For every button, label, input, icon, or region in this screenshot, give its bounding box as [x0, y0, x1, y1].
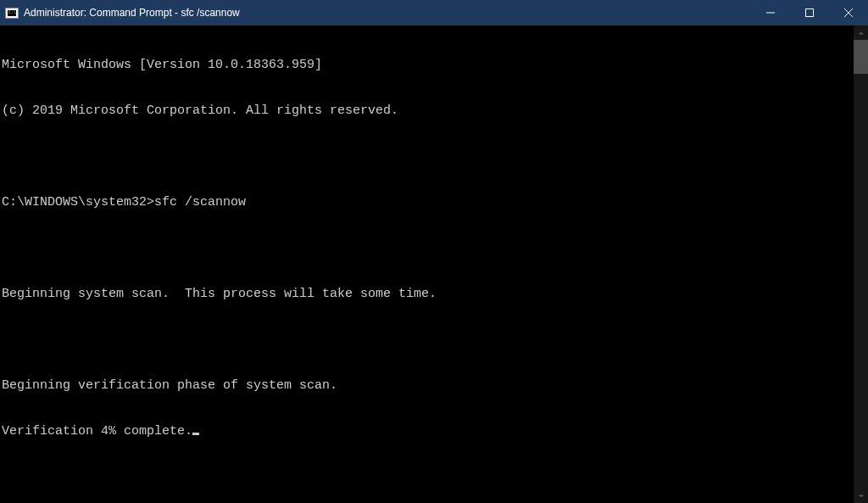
maximize-button[interactable]	[790, 0, 829, 25]
scroll-thumb[interactable]	[854, 40, 868, 74]
close-button[interactable]	[829, 0, 868, 25]
terminal-output[interactable]: Microsoft Windows [Version 10.0.18363.95…	[0, 25, 854, 503]
svg-rect-1	[806, 9, 814, 17]
terminal-line	[2, 149, 854, 165]
terminal-line: Verification 4% complete.	[2, 424, 854, 439]
terminal-line	[2, 333, 854, 348]
chevron-down-icon	[858, 493, 865, 500]
terminal-text: Verification 4% complete.	[2, 424, 192, 439]
cursor	[192, 433, 199, 435]
minimize-button[interactable]	[751, 0, 790, 25]
terminal-line: Microsoft Windows [Version 10.0.18363.95…	[2, 58, 854, 73]
titlebar[interactable]: Administrator: Command Prompt - sfc /sca…	[0, 0, 868, 25]
window-title: Administrator: Command Prompt - sfc /sca…	[24, 7, 240, 19]
terminal-line: C:\WINDOWS\system32>sfc /scannow	[2, 195, 854, 210]
body-area: Microsoft Windows [Version 10.0.18363.95…	[0, 25, 868, 503]
scroll-up-button[interactable]	[854, 25, 868, 40]
terminal-line: Beginning verification phase of system s…	[2, 378, 854, 394]
cmd-icon	[5, 8, 19, 19]
terminal-line: (c) 2019 Microsoft Corporation. All righ…	[2, 103, 854, 119]
terminal-line	[2, 241, 854, 256]
chevron-up-icon	[858, 30, 865, 36]
titlebar-left: Administrator: Command Prompt - sfc /sca…	[0, 7, 240, 19]
minimize-icon	[766, 8, 775, 17]
scroll-down-button[interactable]	[854, 489, 868, 503]
maximize-icon	[805, 8, 814, 17]
scroll-track[interactable]	[854, 40, 868, 489]
terminal-line: Beginning system scan. This process will…	[2, 287, 854, 302]
window-controls	[751, 0, 868, 25]
scrollbar[interactable]	[854, 25, 868, 503]
close-icon	[844, 8, 853, 17]
